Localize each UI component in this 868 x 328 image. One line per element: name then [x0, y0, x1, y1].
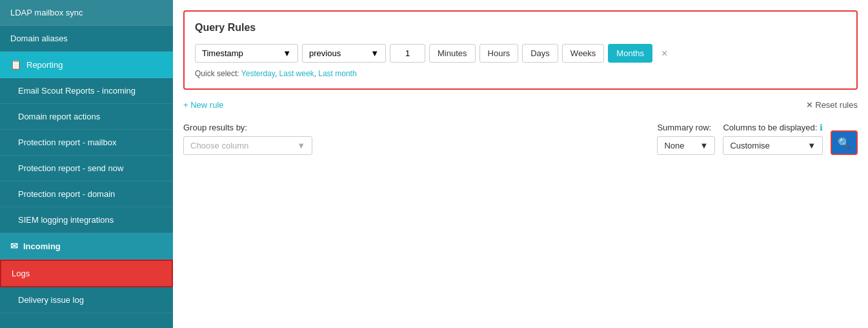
search-icon: 🔍: [838, 137, 851, 149]
quick-select-label: Quick select:: [195, 69, 239, 78]
hours-button[interactable]: Hours: [479, 44, 519, 63]
search-button[interactable]: 🔍: [831, 130, 858, 155]
sidebar-item-protection-report-domain[interactable]: Protection report - domain: [0, 181, 173, 207]
last-month-link[interactable]: Last month: [318, 69, 356, 78]
last-week-link[interactable]: Last week: [279, 69, 314, 78]
days-button[interactable]: Days: [522, 44, 558, 63]
sidebar-item-delivery-issue-log[interactable]: Delivery issue log: [0, 287, 173, 313]
sidebar: LDAP mailbox sync Domain aliases 📋 Repor…: [0, 0, 173, 328]
summary-chevron-icon: ▼: [700, 141, 709, 150]
sidebar-label: Incoming: [23, 241, 61, 251]
sidebar-item-siem-logging[interactable]: SIEM logging integrations: [0, 207, 173, 233]
minutes-button[interactable]: Minutes: [429, 44, 476, 63]
sidebar-item-domain-aliases[interactable]: Domain aliases: [0, 26, 173, 52]
controls-bar: + New rule ✕ Reset rules: [183, 100, 858, 110]
sidebar-label: Protection report - send now: [18, 163, 123, 173]
sidebar-label: LDAP mailbox sync: [10, 8, 83, 17]
sidebar-item-reporting[interactable]: 📋 Reporting: [0, 52, 173, 78]
group-results-label: Group results by:: [183, 123, 312, 132]
info-icon[interactable]: ℹ: [820, 123, 823, 132]
query-rules-box: Query Rules Timestamp ▼ previous ▼ Minut…: [183, 10, 858, 90]
columns-displayed-group: Columns to be displayed: ℹ Customise ▼: [723, 123, 823, 155]
sidebar-item-logs[interactable]: Logs: [0, 260, 173, 287]
number-input[interactable]: [390, 44, 425, 63]
sidebar-label: Delivery issue log: [18, 295, 84, 305]
group-results-select[interactable]: Choose column ▼: [183, 136, 312, 155]
previous-select[interactable]: previous ▼: [302, 44, 386, 63]
group-results-group: Group results by: Choose column ▼: [183, 123, 312, 155]
group-chevron-icon: ▼: [297, 141, 305, 150]
timestamp-chevron-icon: ▼: [283, 48, 291, 58]
sidebar-item-email-scout-reports[interactable]: Email Scout Reports - incoming: [0, 78, 173, 104]
quick-select: Quick select: Yesterday, Last week, Last…: [195, 69, 846, 78]
summary-row-label: Summary row:: [657, 123, 715, 132]
sidebar-item-domain-report-actions[interactable]: Domain report actions: [0, 104, 173, 130]
sidebar-label: Logs: [12, 269, 30, 278]
main-content: Query Rules Timestamp ▼ previous ▼ Minut…: [173, 0, 868, 328]
customise-value: Customise: [730, 141, 769, 150]
months-button[interactable]: Months: [608, 44, 652, 63]
query-rule-row: Timestamp ▼ previous ▼ Minutes Hours Day…: [195, 44, 846, 63]
choose-column-placeholder: Choose column: [190, 141, 248, 150]
reporting-icon: 📋: [10, 59, 21, 70]
sidebar-label: Reporting: [26, 60, 63, 70]
close-rule-button[interactable]: ×: [659, 45, 670, 62]
sidebar-item-protection-report-mailbox[interactable]: Protection report - mailbox: [0, 130, 173, 156]
previous-chevron-icon: ▼: [370, 48, 379, 58]
sidebar-item-ldap-mailbox-sync[interactable]: LDAP mailbox sync: [0, 0, 173, 26]
query-rules-title: Query Rules: [195, 22, 846, 34]
columns-label: Columns to be displayed: ℹ: [723, 123, 823, 132]
reset-rules-button[interactable]: ✕ Reset rules: [806, 100, 858, 110]
sidebar-label: Protection report - domain: [18, 189, 115, 199]
previous-label: previous: [309, 48, 341, 58]
customise-select[interactable]: Customise ▼: [723, 136, 823, 155]
yesterday-link[interactable]: Yesterday: [241, 69, 275, 78]
summary-row-select[interactable]: None ▼: [657, 136, 715, 155]
sidebar-label: SIEM logging integrations: [18, 215, 114, 225]
summary-row-value: None: [664, 141, 684, 150]
right-controls-group: Summary row: None ▼ Columns to be displa…: [657, 123, 858, 155]
sidebar-label: Protection report - mailbox: [18, 138, 116, 147]
timestamp-select[interactable]: Timestamp ▼: [195, 44, 298, 63]
summary-row-group: Summary row: None ▼: [657, 123, 715, 155]
weeks-button[interactable]: Weeks: [562, 44, 605, 63]
filter-row: Group results by: Choose column ▼ Summar…: [183, 123, 858, 155]
columns-chevron-icon: ▼: [807, 141, 816, 150]
sidebar-label: Domain report actions: [18, 112, 100, 121]
sidebar-label: Email Scout Reports - incoming: [18, 86, 136, 96]
new-rule-button[interactable]: + New rule: [183, 100, 224, 110]
sidebar-label: Domain aliases: [10, 34, 68, 43]
incoming-icon: ✉: [10, 241, 18, 251]
sidebar-item-protection-report-send-now[interactable]: Protection report - send now: [0, 156, 173, 181]
timestamp-label: Timestamp: [202, 48, 243, 58]
sidebar-item-incoming[interactable]: ✉ Incoming: [0, 233, 173, 260]
